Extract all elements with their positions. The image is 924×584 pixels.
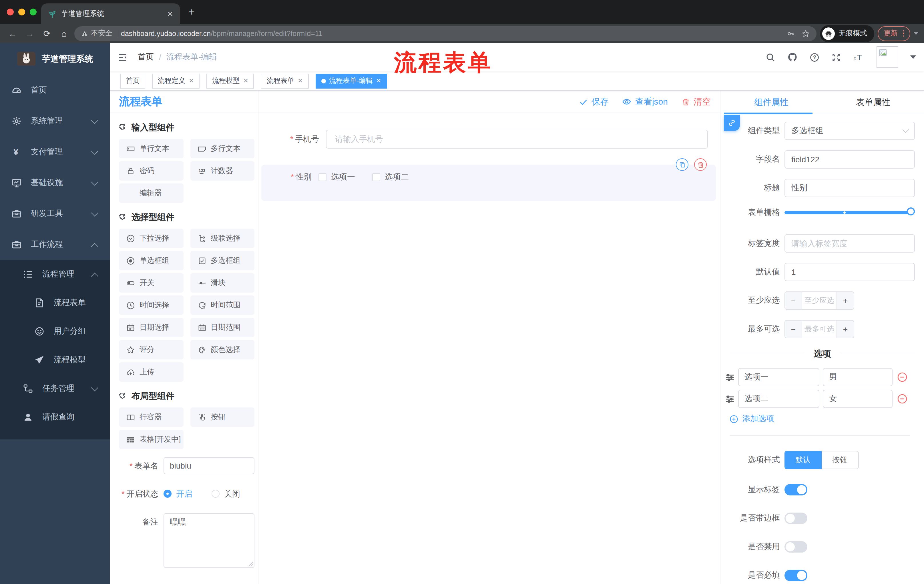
component-chip-checkbox-group[interactable]: 多选框组 <box>190 251 254 270</box>
slider-handle[interactable] <box>907 207 915 216</box>
option-value-input[interactable] <box>823 390 893 408</box>
component-chip-editor[interactable]: 编辑器 <box>119 183 183 203</box>
reload-button[interactable]: ⟳ <box>40 28 54 39</box>
bordered-toggle-off[interactable] <box>784 513 807 524</box>
component-chip-password[interactable]: 密码 <box>119 161 183 181</box>
forward-button[interactable]: → <box>23 29 36 38</box>
style-default-button[interactable]: 默认 <box>784 451 822 469</box>
field-name-input[interactable] <box>784 150 915 169</box>
component-chip-radio-group[interactable]: 单选框组 <box>119 251 183 270</box>
component-chip-date-picker[interactable]: 日期选择 <box>119 318 183 337</box>
browser-update-button[interactable]: 更新 <box>878 26 910 41</box>
tab-component-props[interactable]: 组件属性 <box>721 91 822 114</box>
sidebar-logo[interactable]: 芋道管理系统 <box>0 43 110 75</box>
toolbar-overflow-caret-icon[interactable] <box>914 32 918 37</box>
gender-option1-label[interactable]: 选项一 <box>331 172 355 182</box>
breadcrumb-home[interactable]: 首页 <box>138 52 154 62</box>
browser-tab[interactable]: 芋道管理系统 ✕ <box>41 3 180 24</box>
drag-handle-icon[interactable] <box>725 372 735 382</box>
github-icon[interactable] <box>787 52 798 62</box>
status-off-radio[interactable] <box>211 490 219 498</box>
component-chip-time-range[interactable]: 时间范围 <box>190 295 254 315</box>
component-chip-multi-text[interactable]: 多行文本 <box>190 139 254 158</box>
add-option-button[interactable]: 添加选项 <box>729 414 915 424</box>
sidebar-item-workflow[interactable]: 工作流程 <box>0 229 110 260</box>
component-chip-row-container[interactable]: 行容器 <box>119 408 183 427</box>
close-icon[interactable]: ✕ <box>189 77 194 85</box>
option-label-input[interactable] <box>738 390 819 408</box>
component-chip-single-text[interactable]: 单行文本 <box>119 139 183 158</box>
plus-button[interactable]: + <box>837 292 854 309</box>
label-width-input[interactable] <box>784 234 915 253</box>
drag-handle-icon[interactable] <box>725 394 735 404</box>
close-icon[interactable]: ✕ <box>376 77 381 85</box>
sidebar-item-payment[interactable]: 支付管理 <box>0 137 110 168</box>
gender-option1-checkbox[interactable] <box>318 173 327 181</box>
close-window-button[interactable] <box>7 8 14 15</box>
clear-button[interactable]: 清空 <box>681 96 711 107</box>
bookmark-star-icon[interactable] <box>801 30 809 38</box>
component-chip-counter[interactable]: 计数器 <box>190 161 254 181</box>
sidebar-item-system[interactable]: 系统管理 <box>0 106 110 137</box>
gender-option2-label[interactable]: 选项二 <box>385 172 409 182</box>
omnibox[interactable]: 不安全 dashboard.yudao.iocoder.cn/bpm/manag… <box>74 26 816 41</box>
help-icon[interactable] <box>810 52 819 62</box>
collapse-sidebar-icon[interactable] <box>118 52 127 62</box>
duplicate-widget-button[interactable] <box>676 158 688 171</box>
status-on-radio[interactable] <box>163 490 172 498</box>
minus-button[interactable]: − <box>785 292 802 309</box>
component-chip-color-picker[interactable]: 颜色选择 <box>190 340 254 359</box>
save-button[interactable]: 保存 <box>579 96 609 107</box>
option-label-input[interactable] <box>738 368 819 386</box>
search-icon[interactable] <box>766 52 776 62</box>
sidebar-item-process-model[interactable]: 流程模型 <box>0 346 110 374</box>
option-value-input[interactable] <box>823 368 893 386</box>
link-drawer-handle[interactable] <box>724 115 740 131</box>
component-chip-table[interactable]: 表格[开发中] <box>119 430 183 449</box>
required-toggle-on[interactable] <box>784 570 807 581</box>
view-json-button[interactable]: 查看json <box>622 96 668 107</box>
min-select-stepper[interactable]: − 至少应选 + <box>784 291 854 310</box>
browser-menu-icon[interactable] <box>903 30 904 37</box>
plus-button[interactable]: + <box>837 321 854 338</box>
show-label-toggle-on[interactable] <box>784 484 807 495</box>
sidebar-item-home[interactable]: 首页 <box>0 75 110 106</box>
tag-process-definition[interactable]: 流程定义✕ <box>152 73 200 88</box>
sidebar-item-infrastructure[interactable]: 基础设施 <box>0 168 110 198</box>
title-input[interactable] <box>784 179 915 197</box>
close-icon[interactable]: ✕ <box>298 77 303 85</box>
font-size-icon[interactable] <box>853 52 865 62</box>
component-type-select[interactable]: 多选框组 <box>784 122 915 140</box>
sidebar-item-process-form[interactable]: 流程表单 <box>0 289 110 317</box>
minus-button[interactable]: − <box>785 321 802 338</box>
tab-close-icon[interactable]: ✕ <box>167 10 173 18</box>
window-controls[interactable] <box>7 8 36 15</box>
default-value-input[interactable] <box>784 263 915 281</box>
tab-form-props[interactable]: 表单属性 <box>822 91 924 114</box>
new-tab-button[interactable]: + <box>189 7 195 17</box>
sidebar-item-process-mgmt[interactable]: 流程管理 <box>0 260 110 289</box>
sidebar-item-task-mgmt[interactable]: 任务管理 <box>0 374 110 403</box>
password-key-icon[interactable] <box>787 30 794 38</box>
component-chip-switch[interactable]: 开关 <box>119 273 183 293</box>
sidebar-item-user-group[interactable]: 用户分组 <box>0 317 110 346</box>
canvas-field-gender-selected[interactable]: *性别 选项一 选项二 <box>261 165 716 201</box>
component-chip-time-picker[interactable]: 时间选择 <box>119 295 183 315</box>
status-on-label[interactable]: 开启 <box>176 485 192 502</box>
fullscreen-icon[interactable] <box>832 52 841 62</box>
phone-input[interactable]: 请输入手机号 <box>326 130 708 148</box>
component-chip-dropdown[interactable]: 下拉选择 <box>119 229 183 248</box>
home-button[interactable]: ⌂ <box>57 29 71 38</box>
component-chip-upload[interactable]: 上传 <box>119 362 183 382</box>
tag-home[interactable]: 首页 <box>120 73 145 88</box>
component-chip-slider[interactable]: 滑块 <box>190 273 254 293</box>
style-button-button[interactable]: 按钮 <box>822 451 859 469</box>
disabled-toggle-off[interactable] <box>784 541 807 553</box>
tag-process-form[interactable]: 流程表单✕ <box>261 73 309 88</box>
avatar-caret-icon[interactable] <box>910 56 916 62</box>
sidebar-item-devtools[interactable]: 研发工具 <box>0 198 110 229</box>
close-icon[interactable]: ✕ <box>243 77 248 85</box>
sidebar-item-leave-query[interactable]: 请假查询 <box>0 403 110 431</box>
zoom-window-button[interactable] <box>30 8 36 15</box>
tag-process-model[interactable]: 流程模型✕ <box>206 73 254 88</box>
